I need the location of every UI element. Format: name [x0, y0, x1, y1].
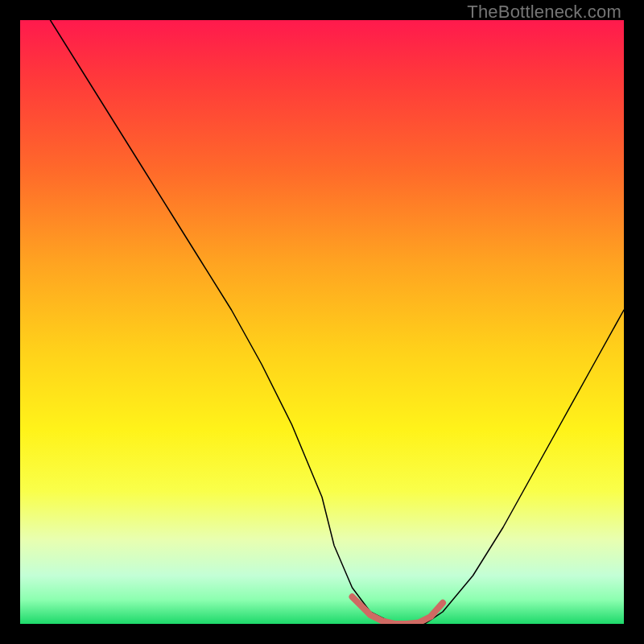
chart-svg [20, 20, 624, 624]
trough-marker [353, 597, 444, 624]
watermark-text: TheBottleneck.com [467, 2, 621, 23]
chart-stage: TheBottleneck.com [0, 0, 644, 644]
plot-area [20, 20, 624, 624]
bottleneck-curve [51, 20, 625, 624]
